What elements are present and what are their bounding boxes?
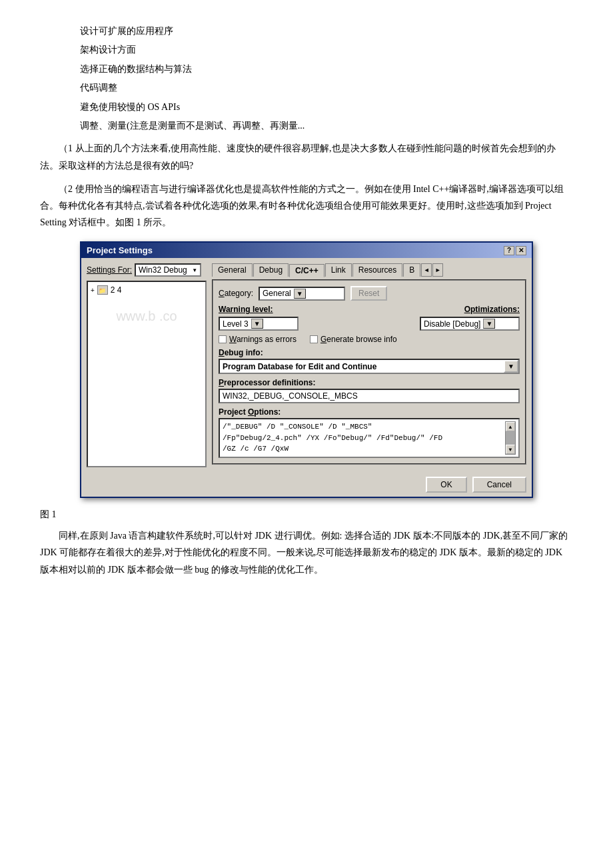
settings-for-label: Settings For:	[87, 265, 132, 275]
debug-info-dropdown-btn[interactable]: ▼	[504, 360, 518, 373]
tab-cpp[interactable]: C/C++	[289, 264, 324, 277]
scroll-up-btn[interactable]: ▲	[506, 422, 515, 431]
warnings-errors-label: Warnings as errors	[229, 335, 297, 344]
cancel-button[interactable]: Cancel	[472, 477, 526, 493]
titlebar-buttons: ? ✕	[504, 246, 526, 255]
checkbox-row: Warnings as errors Generate browse info	[219, 335, 520, 344]
dialog-titlebar: Project Settings ? ✕	[81, 243, 532, 258]
watermark-text: www.b .co	[116, 309, 177, 324]
scroll-down-btn[interactable]: ▼	[506, 445, 515, 454]
dialog-right-panel: General Debug C/C++ Link Resources B ◄ ►…	[212, 263, 526, 467]
list-item: 避免使用较慢的 OS APIs	[80, 100, 573, 115]
ok-button[interactable]: OK	[426, 477, 466, 493]
tree-view[interactable]: + 📁 2 4 www.b .co	[87, 281, 207, 467]
tree-item[interactable]: + 📁 2 4	[91, 285, 203, 295]
scroll-track	[506, 431, 515, 445]
dialog-title: Project Settings	[87, 245, 153, 255]
help-button[interactable]: ?	[504, 246, 514, 255]
generate-browse-label: Generate browse info	[320, 335, 397, 344]
tab-b[interactable]: B	[403, 263, 420, 277]
warning-level-combo[interactable]: Level 3 ▼	[219, 317, 299, 331]
warning-optimizations-combo-row: Level 3 ▼ Disable [Debug] ▼	[219, 317, 520, 331]
tab-prev-button[interactable]: ◄	[421, 263, 432, 277]
warning-dropdown-btn[interactable]: ▼	[251, 319, 263, 329]
settings-for-value: Win32 Debug	[139, 265, 187, 275]
paragraph-1: （1 从上面的几个方法来看,使用高性能、速度快的硬件很容易理解,也是决大多数人在…	[40, 140, 573, 173]
expand-icon[interactable]: +	[91, 287, 95, 294]
list-item: 架构设计方面	[80, 43, 573, 57]
tab-link[interactable]: Link	[325, 263, 352, 277]
tree-folder-icon: 📁	[97, 285, 108, 295]
category-row: Category: General ▼ Reset	[219, 286, 520, 301]
project-options-text: /"_DEBUG" /D "_CONSOLE" /D "_MBCS" /Fp"D…	[223, 421, 505, 455]
tab-debug[interactable]: Debug	[253, 263, 289, 277]
settings-for-row: Settings For: Win32 Debug ▼	[87, 263, 207, 277]
optimizations-label: Optimizations:	[464, 305, 520, 314]
warnings-errors-checkbox-item[interactable]: Warnings as errors	[219, 335, 297, 344]
warning-level-label: Warning level:	[219, 305, 273, 314]
settings-for-select[interactable]: Win32 Debug ▼	[135, 263, 201, 277]
list-item: 选择正确的数据结构与算法	[80, 62, 573, 77]
generate-browse-checkbox-item[interactable]: Generate browse info	[310, 335, 397, 344]
warning-optimizations-section: Warning level: Optimizations:	[219, 305, 520, 314]
dialog-left-panel: Settings For: Win32 Debug ▼ + 📁 2 4	[87, 263, 207, 467]
category-label: Category:	[219, 289, 253, 298]
debug-info-combo[interactable]: Program Database for Edit and Continue ▼	[219, 359, 520, 374]
bullet-list: 设计可扩展的应用程序 架构设计方面 选择正确的数据结构与算法 代码调整 避免使用…	[80, 24, 573, 133]
tab-general[interactable]: General	[212, 263, 253, 277]
list-item: 代码调整	[80, 81, 573, 95]
project-options-box[interactable]: /"_DEBUG" /D "_CONSOLE" /D "_MBCS" /Fp"D…	[219, 418, 520, 458]
preprocessor-input[interactable]: WIN32,_DEBUG,_CONSOLE,_MBCS	[219, 389, 520, 403]
tree-item-label: 2 4	[111, 285, 122, 295]
figure-label: 图 1	[40, 509, 573, 521]
content-area: 设计可扩展的应用程序 架构设计方面 选择正确的数据结构与算法 代码调整 避免使用…	[40, 24, 573, 578]
debug-info-value: Program Database for Edit and Continue	[220, 361, 504, 373]
dialog-body: Settings For: Win32 Debug ▼ + 📁 2 4	[81, 258, 532, 473]
debug-info-title: Debug info:	[219, 348, 520, 357]
warnings-errors-checkbox[interactable]	[219, 335, 227, 343]
tab-resources[interactable]: Resources	[352, 263, 402, 277]
paragraph-3: 同样,在原则 Java 语言构建软件系统时,可以针对 JDK 进行调优。例如: …	[40, 527, 573, 578]
project-options-scrollbar[interactable]: ▲ ▼	[505, 421, 516, 455]
category-value: General	[263, 289, 291, 298]
list-item: 调整、测量(注意是测量而不是测试、再调整、再测量...	[80, 119, 573, 133]
category-dropdown-btn[interactable]: ▼	[294, 289, 306, 299]
generate-browse-checkbox[interactable]	[310, 335, 318, 343]
category-combo[interactable]: General ▼	[259, 287, 345, 301]
reset-button[interactable]: Reset	[350, 286, 387, 301]
paragraph-2: （2 使用恰当的编程语言与进行编译器优化也是提高软件性能的方式之一。例如在使用 …	[40, 181, 573, 231]
select-arrow-icon: ▼	[192, 267, 197, 273]
optimizations-value: Disable [Debug]	[424, 319, 480, 329]
tab-content: Category: General ▼ Reset Warning level:…	[212, 279, 526, 465]
tab-next-button[interactable]: ►	[432, 263, 443, 277]
dialog-footer: OK Cancel	[81, 473, 532, 497]
close-button[interactable]: ✕	[516, 246, 526, 255]
project-settings-dialog: Project Settings ? ✕ Settings For: Win32…	[80, 241, 533, 498]
project-options-title: Project Options:	[219, 407, 520, 417]
warning-level-value: Level 3	[223, 319, 249, 329]
tabs-bar: General Debug C/C++ Link Resources B ◄ ►	[212, 263, 526, 277]
tree-wrapper: + 📁 2 4 www.b .co	[87, 281, 207, 467]
list-item: 设计可扩展的应用程序	[80, 24, 573, 39]
optimizations-combo[interactable]: Disable [Debug] ▼	[420, 317, 520, 331]
optimizations-dropdown-btn[interactable]: ▼	[483, 319, 495, 329]
preprocessor-title: Preprocessor definitions:	[219, 378, 520, 387]
